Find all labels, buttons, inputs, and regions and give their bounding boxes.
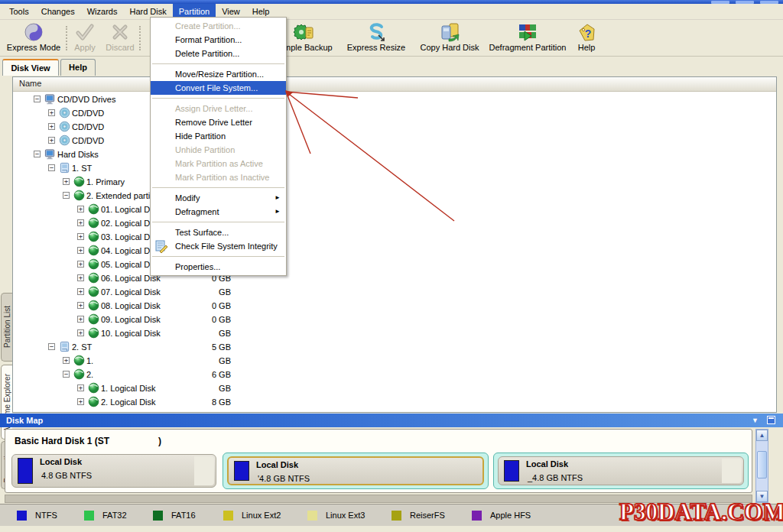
tree-row-1-st[interactable]: −1. ST (13, 161, 776, 175)
tab-disk-view[interactable]: Disk View (2, 59, 59, 76)
tree-row-2-logical-disk[interactable]: +2. Logical Disk8 GB (13, 395, 776, 409)
menu-item-check-file-system-integrity[interactable]: Check File System Integrity (151, 239, 286, 253)
float-window-icon[interactable] (767, 416, 775, 424)
tree-row-size: 8 GB (170, 395, 231, 409)
tab-help[interactable]: Help (60, 59, 96, 76)
tree-row-1-logical-disk[interactable]: +1. Logical DiskGB (13, 381, 776, 395)
tree-expand-icon[interactable]: + (77, 384, 84, 391)
toolbar-button-apply[interactable]: Apply (69, 21, 101, 55)
tree-collapse-icon[interactable]: − (48, 343, 55, 350)
tree-expand-icon[interactable]: + (48, 137, 55, 144)
menu-item-delete-partition[interactable]: Delete Partition... (151, 47, 286, 60)
tree-row-2-extended-partition[interactable]: −2. Extended partition (13, 189, 776, 203)
menu-item-test-surface[interactable]: Test Surface... (151, 225, 286, 239)
disk-map-disk-title: Basic Hard Disk 1 (ST) (15, 436, 161, 446)
tree-expand-icon[interactable]: + (48, 123, 55, 130)
name-column-header-label: Name (19, 79, 41, 88)
tree-expand-icon[interactable]: + (48, 109, 55, 116)
tree-expand-icon[interactable]: + (77, 329, 84, 336)
partition-icon (88, 245, 99, 256)
menu-item-convert-file-system[interactable]: Convert File System... (151, 81, 286, 95)
legend-color-swatch (84, 511, 94, 521)
tree-row-03-logical-disk[interactable]: +03. Logical Disk (13, 230, 776, 244)
tree-row-1[interactable]: +1.GB (13, 354, 776, 368)
disk-map-block-3[interactable]: Local Disk_4.8 GB NTFS (498, 456, 744, 485)
tree-row-04-logical-disk[interactable]: +04. Logical Disk (13, 244, 776, 258)
menubar-item-tools[interactable]: Tools (3, 4, 35, 19)
tree-row-cd-dvd[interactable]: +CD/DVD (13, 106, 776, 120)
tree-row-cd-dvd[interactable]: +CD/DVD (13, 120, 776, 134)
toolbar-button-defragment-partition[interactable]: Defragment Partition (485, 21, 570, 55)
tree-row-cd-dvd[interactable]: +CD/DVD (13, 134, 776, 148)
cd-icon (59, 107, 70, 118)
tree-expand-icon[interactable]: + (63, 178, 70, 185)
toolbar-button-label: Help (569, 43, 604, 52)
menu-item-properties[interactable]: Properties... (151, 260, 286, 274)
tree-row-1-primary[interactable]: +1. Primary (13, 175, 776, 189)
scroll-up-icon[interactable]: ▲ (756, 430, 768, 441)
application-window: ToolsChangesWizardsHard DiskPartitionVie… (0, 0, 783, 532)
tree-row-size: GB (170, 381, 231, 395)
partition-icon (88, 327, 99, 339)
tree-expand-icon[interactable]: + (77, 302, 84, 309)
menu-separator (151, 95, 286, 102)
tree-row-2-st[interactable]: −2. ST5 GB (13, 340, 776, 354)
toolbar-button-express-mode[interactable]: Express Mode (3, 21, 64, 55)
disk-map-block-1[interactable]: Local Disk4.8 GB NTFS (11, 454, 216, 488)
tree-row-08-logical-disk[interactable]: +08. Logical Disk0 GB (13, 299, 776, 313)
tree-row-05-logical-disk[interactable]: +05. Logical Disk (13, 258, 776, 271)
tree-row-size: GB (170, 326, 231, 340)
tree-row-10-logical-disk[interactable]: +10. Logical DiskGB (13, 326, 776, 340)
tree-expand-icon[interactable]: + (77, 398, 84, 405)
tree-row-07-logical-disk[interactable]: +07. Logical DiskGB (13, 285, 776, 299)
tree-expand-icon[interactable]: + (77, 206, 84, 212)
tree-row-size: 5 GB (170, 340, 231, 354)
toolbar-button-copy-hard-disk[interactable]: Copy Hard Disk (413, 21, 486, 55)
legend-label: Apple HFS (490, 504, 531, 526)
menu-item-remove-drive-letter[interactable]: Remove Drive Letter (151, 115, 286, 129)
legend-color-swatch (223, 511, 233, 521)
tree-expand-icon[interactable]: + (77, 233, 84, 240)
tree-column-header[interactable]: Name (13, 77, 776, 92)
svg-text:?: ? (585, 28, 592, 40)
tree-collapse-icon[interactable]: − (34, 96, 41, 102)
menu-item-hide-partition[interactable]: Hide Partition (151, 129, 286, 143)
tree-expand-icon[interactable]: + (77, 288, 84, 295)
tree-expand-icon[interactable]: + (77, 261, 84, 268)
tree-collapse-icon[interactable]: − (63, 192, 70, 199)
tree-row-cd-dvd-drives[interactable]: −CD/DVD Drives (13, 92, 776, 106)
tree-row-label: 1. Primary (86, 175, 125, 189)
legend-item-linux-ext3: Linux Ext3 (307, 504, 392, 527)
tree-row-hard-disks[interactable]: −Hard Disks (13, 148, 776, 161)
tree-expand-icon[interactable]: + (77, 247, 84, 254)
menu-item-format-partition[interactable]: Format Partition... (151, 33, 286, 47)
tree-row-2[interactable]: −2.6 GB (13, 368, 776, 381)
tree-collapse-icon[interactable]: − (63, 371, 70, 378)
tree-expand-icon[interactable]: + (77, 274, 84, 281)
menu-item-move-resize-partition[interactable]: Move/Resize Partition... (151, 67, 286, 81)
disk-map-vertical-scrollbar[interactable]: ▲ ▼ (755, 429, 768, 503)
tree-row-06-logical-disk[interactable]: +06. Logical Disk0 GB (13, 271, 776, 285)
toolbar-button-discard[interactable]: Discard (102, 21, 138, 55)
side-tab-partition-list[interactable]: Partition List (1, 293, 12, 362)
menu-item-modify[interactable]: Modify► (151, 191, 286, 205)
tree-row-01-logical-disk[interactable]: +01. Logical Disk (13, 203, 776, 216)
tree-expand-icon[interactable]: + (77, 316, 84, 323)
partition-icon (73, 190, 85, 201)
disk-map-block-2[interactable]: Local Disk'4.8 GB NTFS (227, 456, 484, 485)
toolbar-button-label: Apply (69, 43, 101, 52)
toolbar-separator (66, 26, 67, 50)
tree-collapse-icon[interactable]: − (34, 151, 41, 157)
toolbar-button-express-resize[interactable]: Express Resize (341, 21, 411, 55)
tree-row-02-logical-disk[interactable]: +02. Logical Disk (13, 216, 776, 230)
menubar-item-changes[interactable]: Changes (35, 4, 81, 19)
toolbar-button-help[interactable]: ?Help (569, 21, 604, 55)
tree-expand-icon[interactable]: + (77, 219, 84, 226)
menu-item-defragment[interactable]: Defragment► (151, 205, 286, 219)
menubar-item-wizards[interactable]: Wizards (81, 4, 124, 19)
tree-expand-icon[interactable]: + (63, 357, 70, 364)
tree-row-09-logical-disk[interactable]: +09. Logical Disk0 GB (13, 313, 776, 326)
chevron-down-icon[interactable]: ▼ (752, 414, 759, 427)
scrollbar-thumb[interactable] (757, 451, 767, 478)
tree-collapse-icon[interactable]: − (48, 164, 55, 171)
